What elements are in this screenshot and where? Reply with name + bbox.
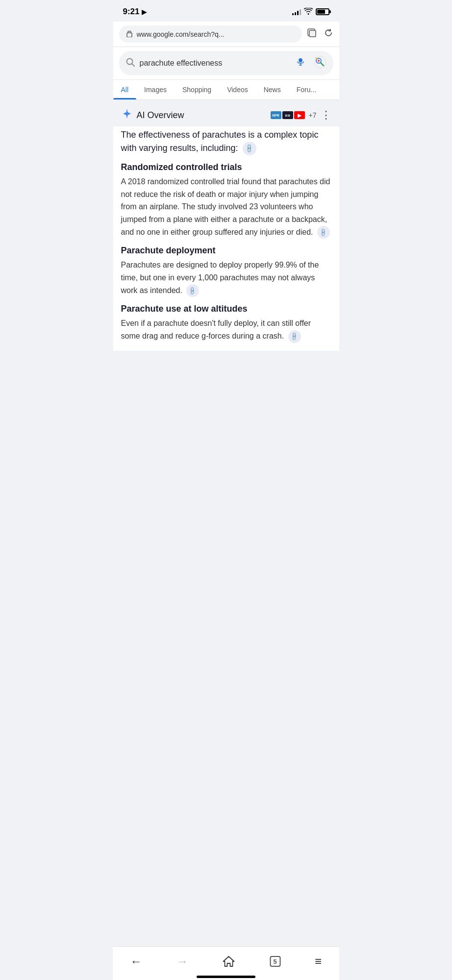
- npr-logo: NPR: [271, 111, 281, 119]
- more-options-button[interactable]: ⋮: [321, 109, 331, 122]
- lock-icon: [126, 29, 133, 39]
- tab-all[interactable]: All: [113, 80, 137, 99]
- link-icon-1: 🔗: [318, 227, 329, 238]
- main-content: AI Overview NPR »» ▶ +7 ⋮ The effectiven…: [113, 100, 339, 400]
- status-icons: [292, 8, 329, 16]
- section-1-heading: Randomized controlled trials: [121, 162, 331, 172]
- ai-overview-header: AI Overview NPR »» ▶ +7 ⋮: [113, 100, 339, 126]
- tab-forums[interactable]: Foru...: [289, 80, 324, 99]
- browser-bar: www.google.com/search?q...: [113, 22, 339, 47]
- ai-overview-label: AI Overview: [137, 110, 184, 121]
- time-display: 9:21: [123, 7, 140, 17]
- youtube-logo: ▶: [294, 111, 305, 119]
- section-1-body: A 2018 randomized controlled trial found…: [121, 175, 331, 239]
- svg-rect-6: [299, 58, 302, 62]
- svg-rect-2: [309, 30, 316, 37]
- ai-overview-right: NPR »» ▶ +7 ⋮: [271, 109, 331, 122]
- refresh-button[interactable]: [324, 28, 333, 40]
- ai-main-paragraph: The effectiveness of parachutes is a com…: [121, 128, 331, 155]
- status-bar: 9:21 ▶: [113, 0, 339, 22]
- wifi-icon: [304, 8, 313, 16]
- signal-icon: [292, 8, 301, 15]
- ai-overview-title: AI Overview: [121, 108, 184, 122]
- svg-rect-0: [127, 33, 132, 37]
- source-logos: NPR »» ▶: [271, 111, 305, 119]
- google-lens-icon[interactable]: [314, 56, 326, 71]
- ai-content: The effectiveness of parachutes is a com…: [113, 126, 339, 351]
- main-link-badge[interactable]: 🔗: [243, 142, 256, 155]
- section-1-link-badge[interactable]: 🔗: [317, 226, 330, 239]
- url-text: www.google.com/search?q...: [137, 30, 295, 38]
- svg-line-4: [132, 64, 134, 66]
- url-bar[interactable]: www.google.com/search?q...: [119, 25, 302, 43]
- arrow-logo: »»: [282, 111, 293, 119]
- link-icon-3: 🔗: [289, 331, 300, 342]
- section-low-altitude: Parachute use at low altitudes Even if a…: [121, 304, 331, 343]
- voice-search-icon[interactable]: [295, 57, 306, 70]
- location-arrow-icon: ▶: [142, 8, 147, 16]
- link-icon-2: 🔗: [187, 285, 198, 296]
- section-randomized-trials: Randomized controlled trials A 2018 rand…: [121, 162, 331, 239]
- tab-videos[interactable]: Videos: [219, 80, 256, 99]
- section-2-link-badge[interactable]: 🔗: [186, 284, 199, 297]
- browser-actions: [307, 28, 333, 40]
- search-tabs: All Images Shopping Videos News Foru...: [113, 80, 339, 100]
- link-icon: 🔗: [244, 143, 255, 154]
- search-icon: [126, 58, 135, 69]
- search-query: parachute effectiveness: [140, 59, 286, 68]
- plus-count: +7: [309, 111, 317, 119]
- section-2-body: Parachutes are designed to deploy proper…: [121, 259, 331, 297]
- section-deployment: Parachute deployment Parachutes are desi…: [121, 245, 331, 297]
- search-box-area: parachute effectiveness: [113, 47, 339, 80]
- tab-news[interactable]: News: [256, 80, 289, 99]
- svg-point-11: [318, 60, 320, 62]
- section-3-heading: Parachute use at low altitudes: [121, 304, 331, 314]
- search-box[interactable]: parachute effectiveness: [119, 51, 333, 75]
- tabs-button[interactable]: [307, 28, 317, 40]
- tab-shopping[interactable]: Shopping: [175, 80, 219, 99]
- section-3-link-badge[interactable]: 🔗: [288, 330, 301, 343]
- section-3-body: Even if a parachute doesn't fully deploy…: [121, 317, 331, 343]
- tab-images[interactable]: Images: [136, 80, 175, 99]
- section-2-heading: Parachute deployment: [121, 245, 331, 256]
- status-time: 9:21 ▶: [123, 7, 147, 17]
- sparkle-icon: [121, 108, 133, 122]
- battery-icon: [316, 8, 329, 15]
